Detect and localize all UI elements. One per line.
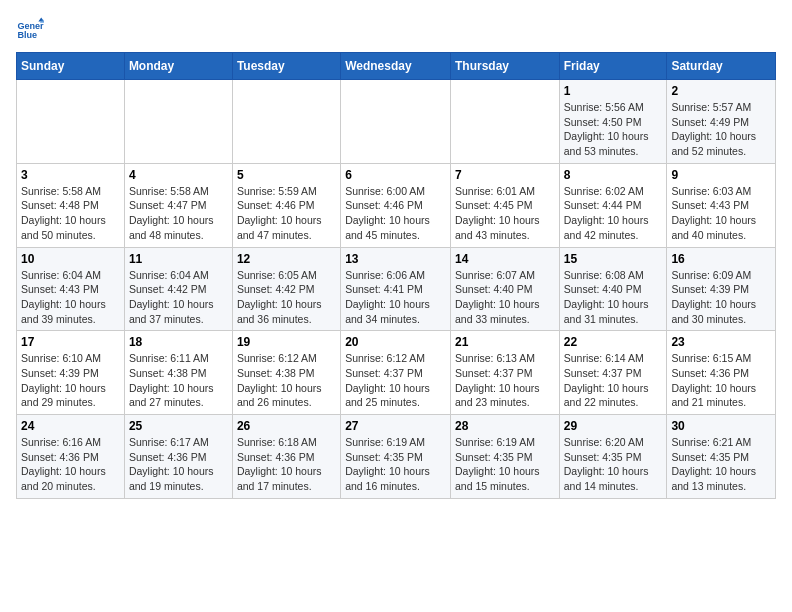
day-cell: 25Sunrise: 6:17 AM Sunset: 4:36 PM Dayli… <box>124 415 232 499</box>
day-info: Sunrise: 6:07 AM Sunset: 4:40 PM Dayligh… <box>455 268 555 327</box>
day-cell <box>450 80 559 164</box>
day-cell: 23Sunrise: 6:15 AM Sunset: 4:36 PM Dayli… <box>667 331 776 415</box>
day-number: 14 <box>455 252 555 266</box>
day-info: Sunrise: 6:16 AM Sunset: 4:36 PM Dayligh… <box>21 435 120 494</box>
day-number: 21 <box>455 335 555 349</box>
day-cell: 20Sunrise: 6:12 AM Sunset: 4:37 PM Dayli… <box>341 331 451 415</box>
day-number: 25 <box>129 419 228 433</box>
day-info: Sunrise: 6:08 AM Sunset: 4:40 PM Dayligh… <box>564 268 663 327</box>
day-info: Sunrise: 6:06 AM Sunset: 4:41 PM Dayligh… <box>345 268 446 327</box>
day-number: 17 <box>21 335 120 349</box>
day-cell: 26Sunrise: 6:18 AM Sunset: 4:36 PM Dayli… <box>232 415 340 499</box>
day-info: Sunrise: 6:14 AM Sunset: 4:37 PM Dayligh… <box>564 351 663 410</box>
day-info: Sunrise: 6:09 AM Sunset: 4:39 PM Dayligh… <box>671 268 771 327</box>
col-header-monday: Monday <box>124 53 232 80</box>
day-number: 10 <box>21 252 120 266</box>
day-cell: 1Sunrise: 5:56 AM Sunset: 4:50 PM Daylig… <box>559 80 667 164</box>
day-cell: 2Sunrise: 5:57 AM Sunset: 4:49 PM Daylig… <box>667 80 776 164</box>
day-number: 23 <box>671 335 771 349</box>
week-row-3: 10Sunrise: 6:04 AM Sunset: 4:43 PM Dayli… <box>17 247 776 331</box>
day-cell: 24Sunrise: 6:16 AM Sunset: 4:36 PM Dayli… <box>17 415 125 499</box>
week-row-2: 3Sunrise: 5:58 AM Sunset: 4:48 PM Daylig… <box>17 163 776 247</box>
day-cell: 22Sunrise: 6:14 AM Sunset: 4:37 PM Dayli… <box>559 331 667 415</box>
svg-text:General: General <box>17 21 44 31</box>
calendar-header: SundayMondayTuesdayWednesdayThursdayFrid… <box>17 53 776 80</box>
day-number: 13 <box>345 252 446 266</box>
day-cell: 7Sunrise: 6:01 AM Sunset: 4:45 PM Daylig… <box>450 163 559 247</box>
day-number: 3 <box>21 168 120 182</box>
day-cell: 27Sunrise: 6:19 AM Sunset: 4:35 PM Dayli… <box>341 415 451 499</box>
day-number: 16 <box>671 252 771 266</box>
day-cell: 28Sunrise: 6:19 AM Sunset: 4:35 PM Dayli… <box>450 415 559 499</box>
day-number: 20 <box>345 335 446 349</box>
col-header-sunday: Sunday <box>17 53 125 80</box>
day-number: 30 <box>671 419 771 433</box>
day-info: Sunrise: 6:15 AM Sunset: 4:36 PM Dayligh… <box>671 351 771 410</box>
day-number: 29 <box>564 419 663 433</box>
day-number: 11 <box>129 252 228 266</box>
day-info: Sunrise: 6:18 AM Sunset: 4:36 PM Dayligh… <box>237 435 336 494</box>
day-info: Sunrise: 6:20 AM Sunset: 4:35 PM Dayligh… <box>564 435 663 494</box>
day-info: Sunrise: 6:05 AM Sunset: 4:42 PM Dayligh… <box>237 268 336 327</box>
day-info: Sunrise: 6:19 AM Sunset: 4:35 PM Dayligh… <box>455 435 555 494</box>
day-number: 18 <box>129 335 228 349</box>
day-info: Sunrise: 6:12 AM Sunset: 4:37 PM Dayligh… <box>345 351 446 410</box>
day-cell: 30Sunrise: 6:21 AM Sunset: 4:35 PM Dayli… <box>667 415 776 499</box>
day-cell: 11Sunrise: 6:04 AM Sunset: 4:42 PM Dayli… <box>124 247 232 331</box>
logo: General Blue <box>16 16 48 44</box>
day-info: Sunrise: 6:17 AM Sunset: 4:36 PM Dayligh… <box>129 435 228 494</box>
day-info: Sunrise: 6:10 AM Sunset: 4:39 PM Dayligh… <box>21 351 120 410</box>
day-number: 7 <box>455 168 555 182</box>
day-number: 15 <box>564 252 663 266</box>
day-cell: 5Sunrise: 5:59 AM Sunset: 4:46 PM Daylig… <box>232 163 340 247</box>
day-cell <box>17 80 125 164</box>
day-info: Sunrise: 5:58 AM Sunset: 4:47 PM Dayligh… <box>129 184 228 243</box>
day-cell: 14Sunrise: 6:07 AM Sunset: 4:40 PM Dayli… <box>450 247 559 331</box>
col-header-friday: Friday <box>559 53 667 80</box>
day-number: 8 <box>564 168 663 182</box>
day-info: Sunrise: 6:12 AM Sunset: 4:38 PM Dayligh… <box>237 351 336 410</box>
day-number: 9 <box>671 168 771 182</box>
day-number: 27 <box>345 419 446 433</box>
day-cell: 8Sunrise: 6:02 AM Sunset: 4:44 PM Daylig… <box>559 163 667 247</box>
day-info: Sunrise: 6:11 AM Sunset: 4:38 PM Dayligh… <box>129 351 228 410</box>
day-cell <box>124 80 232 164</box>
day-number: 5 <box>237 168 336 182</box>
day-info: Sunrise: 5:56 AM Sunset: 4:50 PM Dayligh… <box>564 100 663 159</box>
day-cell: 12Sunrise: 6:05 AM Sunset: 4:42 PM Dayli… <box>232 247 340 331</box>
day-info: Sunrise: 6:13 AM Sunset: 4:37 PM Dayligh… <box>455 351 555 410</box>
day-info: Sunrise: 5:59 AM Sunset: 4:46 PM Dayligh… <box>237 184 336 243</box>
day-info: Sunrise: 6:04 AM Sunset: 4:43 PM Dayligh… <box>21 268 120 327</box>
day-cell: 6Sunrise: 6:00 AM Sunset: 4:46 PM Daylig… <box>341 163 451 247</box>
day-cell: 16Sunrise: 6:09 AM Sunset: 4:39 PM Dayli… <box>667 247 776 331</box>
day-cell: 13Sunrise: 6:06 AM Sunset: 4:41 PM Dayli… <box>341 247 451 331</box>
logo-icon: General Blue <box>16 16 44 44</box>
day-info: Sunrise: 5:57 AM Sunset: 4:49 PM Dayligh… <box>671 100 771 159</box>
day-info: Sunrise: 6:00 AM Sunset: 4:46 PM Dayligh… <box>345 184 446 243</box>
day-info: Sunrise: 6:01 AM Sunset: 4:45 PM Dayligh… <box>455 184 555 243</box>
day-number: 6 <box>345 168 446 182</box>
day-cell: 18Sunrise: 6:11 AM Sunset: 4:38 PM Dayli… <box>124 331 232 415</box>
day-number: 1 <box>564 84 663 98</box>
week-row-4: 17Sunrise: 6:10 AM Sunset: 4:39 PM Dayli… <box>17 331 776 415</box>
day-cell: 17Sunrise: 6:10 AM Sunset: 4:39 PM Dayli… <box>17 331 125 415</box>
calendar-table: SundayMondayTuesdayWednesdayThursdayFrid… <box>16 52 776 499</box>
day-cell <box>232 80 340 164</box>
day-info: Sunrise: 6:19 AM Sunset: 4:35 PM Dayligh… <box>345 435 446 494</box>
day-info: Sunrise: 6:04 AM Sunset: 4:42 PM Dayligh… <box>129 268 228 327</box>
col-header-wednesday: Wednesday <box>341 53 451 80</box>
day-number: 12 <box>237 252 336 266</box>
day-info: Sunrise: 6:21 AM Sunset: 4:35 PM Dayligh… <box>671 435 771 494</box>
svg-text:Blue: Blue <box>17 30 37 40</box>
day-info: Sunrise: 6:03 AM Sunset: 4:43 PM Dayligh… <box>671 184 771 243</box>
col-header-saturday: Saturday <box>667 53 776 80</box>
col-header-tuesday: Tuesday <box>232 53 340 80</box>
week-row-1: 1Sunrise: 5:56 AM Sunset: 4:50 PM Daylig… <box>17 80 776 164</box>
day-cell: 4Sunrise: 5:58 AM Sunset: 4:47 PM Daylig… <box>124 163 232 247</box>
day-cell: 9Sunrise: 6:03 AM Sunset: 4:43 PM Daylig… <box>667 163 776 247</box>
day-cell: 21Sunrise: 6:13 AM Sunset: 4:37 PM Dayli… <box>450 331 559 415</box>
col-header-thursday: Thursday <box>450 53 559 80</box>
day-info: Sunrise: 5:58 AM Sunset: 4:48 PM Dayligh… <box>21 184 120 243</box>
week-row-5: 24Sunrise: 6:16 AM Sunset: 4:36 PM Dayli… <box>17 415 776 499</box>
day-number: 24 <box>21 419 120 433</box>
